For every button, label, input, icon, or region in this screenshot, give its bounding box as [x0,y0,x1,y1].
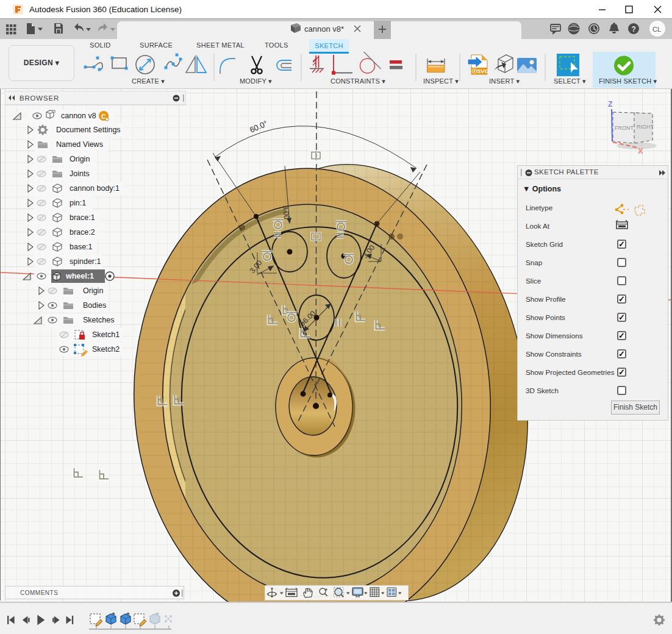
svg-text:cannon v8*: cannon v8* [304,24,344,34]
svg-text:Sketches: Sketches [83,316,114,324]
svg-text:base:1: base:1 [70,243,93,251]
svg-text:Document Settings: Document Settings [56,126,121,134]
svg-text:60.0°: 60.0° [248,119,269,135]
svg-text:brace:1: brace:1 [70,213,95,222]
svg-text:Bodies: Bodies [83,301,106,310]
svg-text:FRONT: FRONT [615,125,634,131]
svg-text:Z: Z [608,100,613,109]
svg-text:Origin: Origin [70,155,90,163]
svg-text:X: X [638,146,643,155]
svg-text:brace:2: brace:2 [70,228,95,237]
svg-text:wheel:1: wheel:1 [65,272,94,280]
svg-text:cannon v8: cannon v8 [61,112,96,120]
svg-text:Sketch1: Sketch1 [92,330,120,339]
svg-text:cannon body:1: cannon body:1 [70,184,120,193]
svg-text:Origin: Origin [83,287,103,295]
svg-text:Joints: Joints [70,169,90,178]
svg-text:3.00: 3.00 [281,205,291,220]
svg-text:SVG: SVG [477,68,489,74]
svg-text:Sketch2: Sketch2 [92,345,120,354]
svg-text:pin:1: pin:1 [70,199,86,207]
svg-text:spinder:1: spinder:1 [70,257,101,266]
svg-text:Named Views: Named Views [56,140,103,149]
svg-text:RIGHT: RIGHT [637,124,654,130]
svg-text:BROWSER: BROWSER [20,94,59,102]
svg-text:?: ? [632,25,636,34]
svg-text:CL: CL [652,26,661,33]
